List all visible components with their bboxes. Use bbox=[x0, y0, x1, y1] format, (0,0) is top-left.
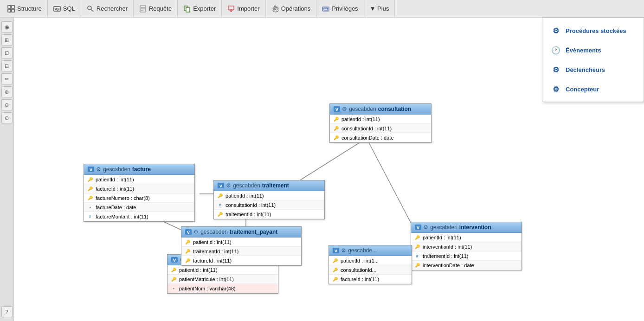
search-icon bbox=[87, 5, 94, 13]
nav-operations-label: Opérations bbox=[281, 5, 311, 12]
nav-sql-label: SQL bbox=[63, 5, 75, 12]
nav-requete[interactable]: Requête bbox=[134, 0, 178, 18]
nav-operations[interactable]: Opérations bbox=[266, 0, 317, 18]
svg-rect-0 bbox=[8, 6, 11, 8]
query-icon bbox=[139, 5, 147, 13]
svg-rect-2 bbox=[8, 9, 11, 12]
nav-sql[interactable]: SQL SQL bbox=[48, 0, 81, 18]
structure-icon bbox=[7, 5, 15, 13]
nav-exporter-label: Exporter bbox=[193, 5, 216, 12]
nav-requete-label: Requête bbox=[149, 5, 172, 12]
nav-importer[interactable]: Importer bbox=[222, 0, 265, 18]
nav-privileges[interactable]: Privilèges bbox=[316, 0, 364, 18]
nav-privileges-label: Privilèges bbox=[332, 5, 358, 12]
nav-exporter[interactable]: Exporter bbox=[178, 0, 222, 18]
nav-importer-label: Importer bbox=[237, 5, 259, 12]
svg-point-6 bbox=[88, 6, 91, 10]
svg-text:SQL: SQL bbox=[54, 7, 61, 11]
svg-point-16 bbox=[274, 8, 276, 10]
nav-plus[interactable]: ▼ Plus bbox=[364, 0, 395, 18]
export-icon bbox=[183, 5, 191, 13]
operations-icon bbox=[271, 5, 279, 13]
navbar: Structure SQL SQL Rechercher Requête Exp… bbox=[0, 0, 644, 18]
sql-icon: SQL bbox=[53, 5, 61, 13]
nav-rechercher-label: Rechercher bbox=[97, 5, 128, 12]
svg-rect-1 bbox=[12, 6, 14, 8]
privileges-icon bbox=[322, 5, 329, 13]
import-icon bbox=[227, 5, 235, 13]
svg-line-7 bbox=[91, 9, 93, 12]
nav-rechercher[interactable]: Rechercher bbox=[81, 0, 134, 18]
nav-structure-label: Structure bbox=[17, 5, 42, 12]
svg-rect-3 bbox=[12, 9, 14, 12]
svg-rect-13 bbox=[186, 7, 190, 12]
nav-structure[interactable]: Structure bbox=[2, 0, 48, 18]
nav-plus-label: ▼ Plus bbox=[370, 5, 389, 12]
